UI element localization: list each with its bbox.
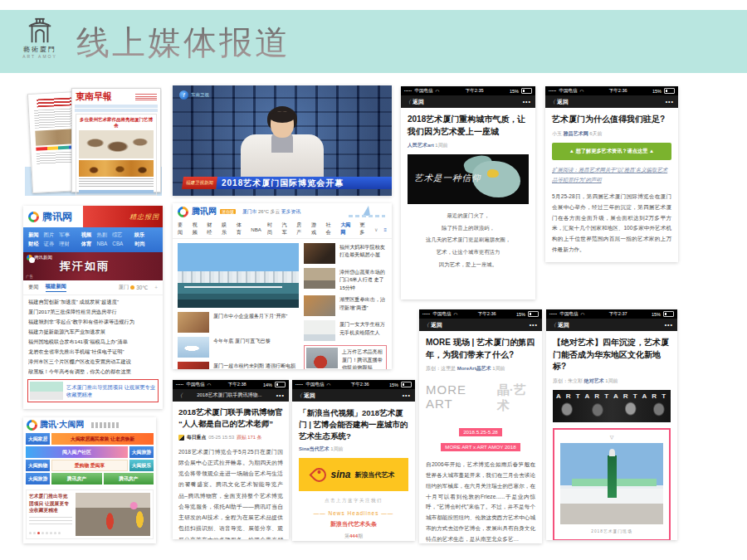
more-button[interactable]: ••• [403, 392, 411, 398]
toolbar-strip [75, 105, 158, 108]
banner-jiaju-ad[interactable]: 大闽家居惠民家装 让老房焕新 [51, 433, 154, 445]
card-summary-bars [29, 517, 72, 525]
featured-image[interactable] [178, 243, 299, 308]
menu-icon[interactable]: ≡ [383, 226, 387, 232]
nav-item[interactable]: 热剧 [96, 231, 107, 239]
ad-banner[interactable]: 腾讯新闻 挥汗如雨 广告 [23, 252, 163, 280]
banner-shequ[interactable]: 闯入闽户社区 [26, 446, 128, 458]
carousel-dots[interactable] [29, 532, 72, 534]
back-button[interactable]: 〈 [177, 392, 183, 400]
nav-item[interactable]: 娱乐 [222, 222, 231, 236]
nav-item[interactable]: 时尚 [267, 222, 276, 236]
account-name[interactable]: MoreArt晶艺术 [457, 366, 491, 371]
back-button[interactable]: 〈返回 [549, 98, 569, 106]
highlighted-news-item[interactable]: 艺术厦门推出导览团项目 让观展更专业收藏更精准 [27, 379, 159, 402]
news-list-item[interactable]: 福建力挺新能源汽车产业加速发展 [28, 327, 158, 337]
news-thumbnail [304, 243, 335, 264]
banner-fangchan[interactable]: 腾讯房产 [51, 473, 101, 485]
news-row[interactable]: 漳州岱山蔬菜市场的门口6米人行道 走了15分钟 [304, 268, 387, 291]
source-name[interactable]: 每日重点 [187, 434, 206, 441]
news-row[interactable]: 厦门市中小企业服务月下月“开席” [178, 312, 299, 333]
weather-widget[interactable]: 厦门 30℃ [119, 284, 149, 291]
damin-logo-text[interactable]: 腾讯·大闽网 [40, 419, 84, 431]
news-list-item[interactable]: 厦门2017第三批保障性租赁房选房举行 [28, 307, 158, 317]
nav-bar: 〈返回 ••• [545, 95, 678, 108]
nav-item[interactable]: 娱乐 [134, 231, 145, 239]
highlighted-news-row[interactable]: 上万件艺术品亮相厦门！腾讯直播带你提前饱眼福 [304, 345, 387, 369]
more-button[interactable]: ••• [665, 322, 673, 328]
banner-lvyou2[interactable]: 大闽旅游 [26, 473, 50, 485]
nav-item[interactable]: 图片 [44, 231, 55, 239]
account-name[interactable]: 人民艺术art [408, 143, 434, 148]
nav-item[interactable]: 房产 [296, 222, 305, 236]
nav-item[interactable]: CBA [112, 241, 123, 248]
banner-fangchan2[interactable]: 腾讯房产 [104, 473, 154, 485]
tab-yaowen[interactable]: 要闻 [28, 284, 39, 291]
banner-aigou[interactable]: 爱购物 爱闽享 [51, 460, 128, 471]
more-button[interactable]: ••• [276, 392, 285, 398]
account-name[interactable]: Sina当代艺术 [299, 446, 330, 451]
news-list-item[interactable]: 漳州市区三个片区棚户区改造安置房动工建设 [28, 357, 158, 367]
nav-item[interactable]: 财经 [207, 222, 216, 236]
art-amoy-logo: 藝術廈門 ART AMOY [15, 17, 65, 59]
nav-bar: 〈返回 ••• [546, 319, 677, 331]
banner-jiaju[interactable]: 大闽家居 [26, 433, 50, 445]
news-list-item[interactable]: 福州国地税联合发布141项“福税马上办”清单 [28, 337, 158, 347]
more-button[interactable]: ••• [523, 99, 531, 105]
account-name[interactable]: 雅昌艺术网 [564, 131, 588, 136]
status-bar: ••••• 中国电信 ◠ 下午2:36 15% [545, 86, 678, 95]
nav-item[interactable]: 证券 [44, 241, 55, 248]
add-icon[interactable]: + [154, 285, 158, 290]
comments-link[interactable]: 跟贴 171 条 [237, 434, 261, 441]
subscribe-button[interactable]: ▲ 想了解更多艺术资讯？请点这里 ▲ [552, 143, 671, 160]
moreart-logo-cn: 晶·艺术 [497, 382, 535, 414]
nav-item[interactable]: 时尚 [134, 241, 145, 248]
featured-article-card[interactable]: 艺术厦门推出导览团项目 让观展更专业收藏更精准 [26, 489, 154, 539]
nav-item-more[interactable]: 更多 [359, 222, 369, 236]
more-info-link[interactable]: 更多资讯 [281, 209, 300, 214]
banner-lvyou[interactable]: 大闽旅游 [129, 446, 154, 458]
nav-item[interactable]: 军事 [59, 231, 70, 239]
news-list-item[interactable]: 敲黑板！今年高考有调整，你关心的都在这里 [28, 367, 158, 377]
nav-item[interactable]: 综艺 [112, 231, 123, 239]
news-list-item[interactable]: 福建自贸创新“加速度” 成就发展“超速度” [28, 297, 158, 307]
more-button[interactable]: ••• [530, 322, 538, 328]
more-button[interactable]: ••• [666, 99, 674, 105]
nav-item[interactable]: 视频 [81, 231, 92, 239]
nav-item[interactable]: 新闻 [28, 231, 39, 239]
nav-item[interactable]: 理财 [59, 241, 70, 248]
expo-thumbnail [306, 348, 338, 368]
news-row[interactable]: 厦门一超市租约未到期 遭强行断电损失超27万元 [178, 362, 299, 369]
ad-label: 广告 [26, 275, 33, 279]
nav-item[interactable]: 财经 [28, 241, 39, 248]
back-button[interactable]: 〈返回 [296, 392, 315, 400]
nav-item[interactable]: 游戏 [311, 222, 320, 236]
account-name[interactable]: 绝对艺术 [584, 378, 604, 383]
nav-item[interactable]: 体育 [237, 222, 246, 236]
news-row[interactable]: 湖里区重拳出击，治理新增“两违” [304, 295, 387, 316]
banner-gouwu[interactable]: 大闽购物 [26, 460, 50, 471]
nav-item[interactable]: 要闻 [178, 222, 187, 236]
back-button[interactable]: 〈返回 [550, 321, 569, 329]
banner-yule[interactable]: 大闽娱乐 [129, 460, 154, 471]
back-button[interactable]: 〈返回 [423, 321, 442, 329]
news-row[interactable]: 厦门一女大学生租万元手机卖给陌生人 [304, 320, 387, 341]
nav-item[interactable]: 视频 [193, 222, 202, 236]
nav-item[interactable]: 社会 [326, 222, 335, 236]
newspaper-clippings-tile: 東南早報 多位泉州艺术家作品将亮相厦门艺博会 [25, 85, 162, 196]
portal-logo-text[interactable]: 腾讯网 [192, 206, 217, 217]
weather-meta[interactable]: 厦门市 26°C 多云 更多资讯 [242, 208, 300, 216]
nav-item-damin-active[interactable]: 大闽网 [340, 222, 354, 236]
back-button[interactable]: 〈返回 [405, 98, 424, 106]
news-list-item[interactable]: 福建狠刹非“零起点”教学和有偿补课等违规行为 [28, 317, 158, 327]
extended-reading-link[interactable]: 扩展阅读：雅昌艺术网关于“以‘雅昌’名义骗取艺术品等犯罪行为”的声明 [552, 165, 671, 185]
nav-item[interactable]: NBA [251, 226, 261, 232]
news-row[interactable]: 今年年底 厦门可直飞巴黎 [178, 337, 299, 358]
portal-logo-text[interactable]: 腾讯网 [42, 210, 72, 224]
news-row[interactable]: 福州大妈和学院校友打造最美蜗居小屋 [304, 243, 387, 264]
tab-fujian-news[interactable]: 福建新闻 [46, 283, 66, 292]
nav-item[interactable]: 汽车 [282, 222, 291, 236]
nav-item[interactable]: 体育 [81, 241, 92, 248]
news-list-item[interactable]: 龙岩在全省率先推出手机端“社保电子证明” [28, 347, 158, 357]
nav-item[interactable]: NBA [96, 241, 107, 248]
